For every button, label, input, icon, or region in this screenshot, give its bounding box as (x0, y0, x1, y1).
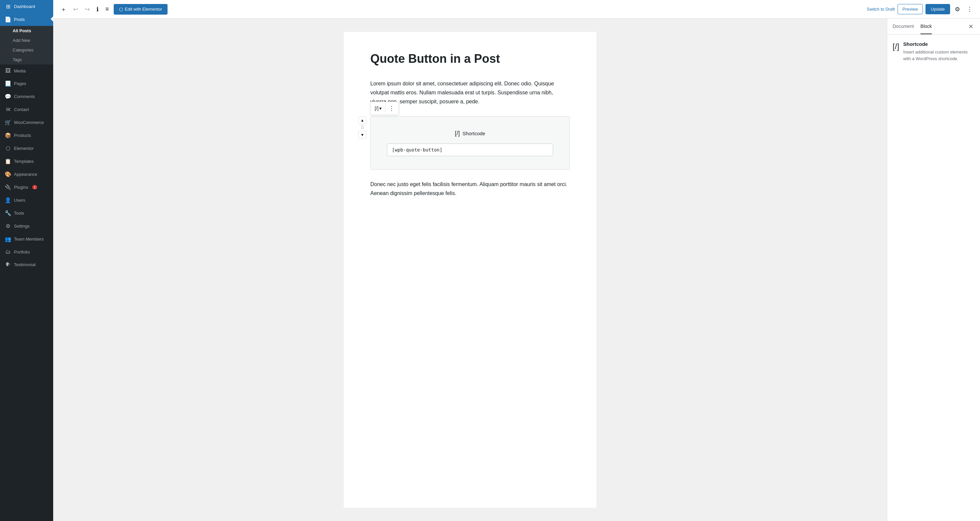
sidebar-item-label: Dashboard (14, 4, 35, 9)
media-icon: 🖼 (5, 68, 11, 74)
sidebar-item-label: Media (14, 68, 25, 73)
sidebar-item-label: Templates (14, 159, 33, 164)
elementor-btn-icon: ⬡ (119, 6, 123, 12)
users-icon: 👤 (5, 197, 11, 203)
contact-icon: ✉ (5, 106, 11, 113)
add-icon: ＋ (60, 5, 67, 13)
paragraph-2[interactable]: Donec nec justo eget felis facilisis fer… (370, 180, 570, 198)
shortcode-icon: [/] (455, 130, 460, 137)
editor-area: Quote Button in a Post Lorem ipsum dolor… (53, 19, 980, 521)
paragraph-1[interactable]: Lorem ipsum dolor sit amet, consectetuer… (370, 79, 570, 106)
block-move-controls: ▲ ⠿ ▼ (358, 116, 366, 139)
sidebar-item-appearance[interactable]: 🎨 Appearance (0, 168, 53, 181)
more-icon: ⋮ (967, 6, 973, 13)
pages-icon: 📃 (5, 80, 11, 87)
sidebar-item-pages[interactable]: 📃 Pages (0, 77, 53, 90)
switch-to-draft-button[interactable]: Switch to Draft (867, 6, 895, 12)
submenu-all-posts[interactable]: All Posts (0, 26, 53, 35)
info-icon: ℹ (96, 6, 99, 13)
block-info-title: Shortcode (903, 41, 975, 47)
preview-button[interactable]: Preview (897, 4, 923, 14)
sidebar-item-label: Testimonial (14, 262, 35, 267)
posts-submenu: All Posts Add New Categories Tags (0, 26, 53, 65)
sidebar-item-dashboard[interactable]: ⊞ Dashboard (0, 0, 53, 13)
redo-button[interactable]: ↪ (83, 4, 92, 15)
sidebar-item-label: Users (14, 198, 25, 203)
comments-icon: 💬 (5, 94, 11, 100)
sidebar-item-templates[interactable]: 📋 Templates (0, 155, 53, 168)
team-members-icon: 👥 (5, 236, 11, 242)
sidebar-item-label: Plugins (14, 185, 28, 190)
list-view-button[interactable]: ≡ (103, 4, 111, 14)
sidebar-item-woocommerce[interactable]: 🛒 WooCommerce (0, 116, 53, 129)
sidebar-item-label: Elementor (14, 146, 33, 151)
move-up-button[interactable]: ▲ (358, 116, 366, 124)
templates-icon: 📋 (5, 158, 11, 164)
shortcode-block-wrapper: [/] ▾ ⋮ ▲ ⠿ ▼ [/] (370, 116, 570, 170)
settings-button[interactable]: ⚙ (953, 4, 962, 15)
woocommerce-icon: 🛒 (5, 119, 11, 125)
dashboard-icon: ⊞ (5, 3, 11, 10)
redo-icon: ↪ (85, 6, 90, 13)
panel-header: Document Block ✕ (887, 19, 980, 35)
sidebar-item-comments[interactable]: 💬 Comments (0, 90, 53, 103)
block-type-icon[interactable]: [/] ▾ (373, 104, 383, 112)
block-info-text: Shortcode Insert additional custom eleme… (903, 41, 975, 62)
sidebar-item-contact[interactable]: ✉ Contact (0, 103, 53, 116)
panel-close-button[interactable]: ✕ (967, 22, 975, 32)
toolbar: ＋ ↩ ↪ ℹ ≡ ⬡ Edit with Elementor Switch t… (53, 0, 980, 19)
panel-content: [/] Shortcode Insert additional custom e… (887, 35, 980, 521)
sidebar-item-posts[interactable]: 📄 Posts (0, 13, 53, 26)
update-button[interactable]: Update (926, 4, 950, 14)
shortcode-bracket-icon: [/] (375, 106, 379, 111)
shortcode-input[interactable] (387, 143, 553, 156)
gear-icon: ⚙ (955, 6, 960, 13)
block-info-description: Insert additional custom elements with a… (903, 49, 975, 62)
sidebar-item-label: Pages (14, 81, 26, 86)
submenu-categories[interactable]: Categories (0, 45, 53, 55)
submenu-tags[interactable]: Tags (0, 55, 53, 65)
products-icon: 📦 (5, 132, 11, 138)
sidebar-item-portfolio[interactable]: 🗂 Portfolio (0, 246, 53, 258)
add-block-button[interactable]: ＋ (59, 3, 68, 15)
sidebar-item-label: Posts (14, 17, 25, 22)
move-down-button[interactable]: ▼ (358, 131, 366, 139)
drag-handle[interactable]: ⠿ (361, 125, 364, 130)
more-options-button[interactable]: ⋮ (965, 4, 975, 15)
toolbar-separator (385, 104, 385, 112)
posts-icon: 📄 (5, 16, 11, 22)
post-title[interactable]: Quote Button in a Post (370, 52, 570, 66)
portfolio-icon: 🗂 (5, 249, 11, 255)
block-chevron: ▾ (379, 106, 382, 111)
edit-with-elementor-button[interactable]: ⬡ Edit with Elementor (114, 4, 167, 14)
sidebar-item-media[interactable]: 🖼 Media (0, 65, 53, 77)
list-icon: ≡ (105, 6, 109, 13)
sidebar-item-testimonial[interactable]: 🗣 Testimonial (0, 258, 53, 271)
plugins-icon: 🔌 (5, 184, 11, 191)
sidebar-item-products[interactable]: 📦 Products (0, 129, 53, 142)
block-toolbar: [/] ▾ ⋮ (370, 102, 399, 115)
sidebar-item-label: Products (14, 133, 31, 138)
sidebar-item-team-members[interactable]: 👥 Team Members (0, 233, 53, 246)
undo-button[interactable]: ↩ (71, 4, 80, 15)
sidebar-item-label: Team Members (14, 237, 44, 241)
tab-block[interactable]: Block (921, 19, 932, 34)
sidebar-item-settings[interactable]: ⚙ Settings (0, 220, 53, 233)
right-panel: Document Block ✕ [/] Shortcode Insert ad… (887, 19, 980, 521)
elementor-btn-label: Edit with Elementor (125, 6, 162, 12)
sidebar-item-tools[interactable]: 🔧 Tools (0, 206, 53, 220)
sidebar-item-elementor[interactable]: ⬡ Elementor (0, 142, 53, 155)
tab-document[interactable]: Document (892, 19, 914, 34)
settings-icon: ⚙ (5, 223, 11, 229)
block-more-button[interactable]: ⋮ (387, 103, 396, 113)
sidebar-item-label: Contact (14, 107, 29, 112)
editor-content: Quote Button in a Post Lorem ipsum dolor… (53, 19, 887, 521)
info-button[interactable]: ℹ (94, 4, 101, 15)
sidebar-item-plugins[interactable]: 🔌 Plugins 1 (0, 181, 53, 194)
sidebar-item-label: Appearance (14, 172, 37, 177)
testimonial-icon: 🗣 (5, 262, 11, 267)
sidebar: ⊞ Dashboard 📄 Posts All Posts Add New Ca… (0, 0, 53, 521)
sidebar-item-users[interactable]: 👤 Users (0, 194, 53, 206)
undo-icon: ↩ (73, 6, 78, 13)
submenu-add-new[interactable]: Add New (0, 35, 53, 45)
